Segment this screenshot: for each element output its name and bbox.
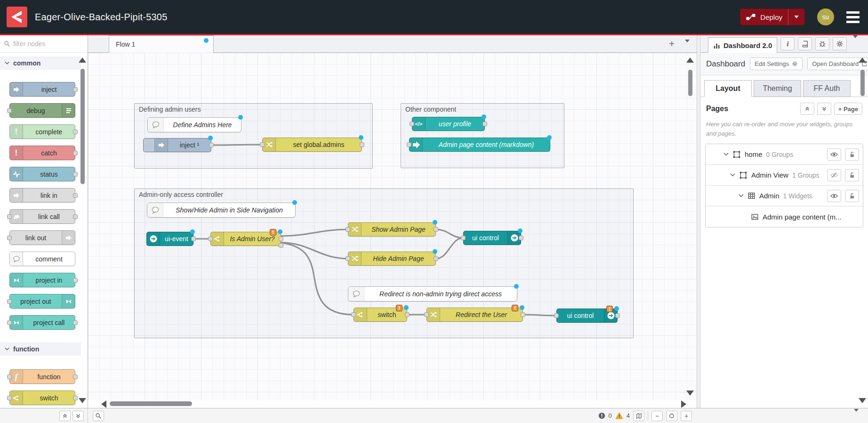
group-defining-admin-users[interactable]: Defining admin users [134,103,373,169]
sidebar-splitter[interactable] [697,35,700,408]
input-port[interactable] [7,214,12,219]
visibility-button[interactable] [827,190,841,202]
palette-node-function[interactable]: f function [9,369,75,384]
palette-scroll-down-icon[interactable] [79,398,86,403]
input-port[interactable] [407,142,411,147]
debug-button[interactable] [815,37,829,50]
palette-category-common[interactable]: common [0,57,81,70]
palette-node-catch[interactable]: ! catch [9,146,75,160]
zoom-reset-button[interactable] [666,411,677,421]
node-admin-page-content[interactable]: Admin page content (markdown) [409,138,550,152]
output-port[interactable] [73,130,78,134]
lock-button[interactable] [845,190,859,202]
sidebar-tab-menu-button[interactable] [853,38,858,47]
palette-scroll-up-icon[interactable] [79,57,86,63]
tab-theming[interactable]: Theming [754,80,801,97]
tree-row-admin-page-content-widget[interactable]: Admin page content (m... [706,206,863,227]
toggle-minimap-button[interactable] [633,411,644,421]
settings-button[interactable] [833,37,847,50]
search-flows-button[interactable] [93,411,104,421]
palette-scroll-area[interactable]: common inject debug ! complete [0,53,88,408]
output-port[interactable] [73,214,78,219]
output-port[interactable] [405,312,410,317]
deploy-button[interactable]: Deploy [740,8,805,25]
add-flow-button[interactable]: + [666,39,677,49]
comment-define-admins-here[interactable]: Define Admins Here [147,117,241,132]
error-count-icon[interactable] [598,412,605,419]
palette-node-project-call[interactable]: project call [9,315,75,330]
output-port[interactable] [73,374,78,379]
info-button[interactable]: i [780,37,795,50]
comment-redirect-non-admin[interactable]: Redirect is non-admin trying direct acce… [348,286,517,301]
palette-node-link-out[interactable]: link out [9,230,75,245]
palette-node-complete[interactable]: ! complete [9,124,75,139]
output-port[interactable] [73,151,78,155]
palette-node-comment[interactable]: comment [9,252,75,266]
move-up-button[interactable] [800,103,814,115]
output-port[interactable] [521,312,525,317]
move-down-button[interactable] [817,103,831,115]
warning-count-icon[interactable] [615,412,623,419]
node-redirect-the-user[interactable]: Redirect the User [426,308,523,322]
canvas-vscrollbar[interactable] [688,70,692,96]
node-set-global-admins[interactable]: set global.admins [262,138,362,152]
main-menu-button[interactable] [844,9,861,25]
sidebar-tab-dashboard[interactable]: Dashboard 2.0 [708,37,777,53]
input-port[interactable] [260,142,265,147]
tab-ff-auth[interactable]: FF Auth [803,80,851,97]
input-port[interactable] [208,236,213,241]
palette-node-switch[interactable]: switch [9,390,75,405]
output-port[interactable] [73,396,78,400]
node-ui-event[interactable]: ui-event [146,232,193,246]
output-port[interactable] [191,236,196,241]
node-ui-control-top[interactable]: ui control [463,231,521,245]
input-port[interactable] [7,320,12,325]
canvas-hscrollbar[interactable] [110,401,192,406]
palette-node-link-call[interactable]: link call [9,209,75,224]
canvas-scroll-down-icon[interactable] [686,390,694,396]
edit-settings-button[interactable]: Edit Settings [750,57,803,70]
help-docs-button[interactable] [798,37,812,50]
node-show-admin-page[interactable]: Show Admin Page [348,222,436,236]
expand-all-button[interactable] [72,411,84,421]
tree-row-admin-group[interactable]: Admin 1 Widgets [706,186,863,206]
output-port[interactable] [615,313,620,318]
palette-category-function[interactable]: function [0,342,81,356]
input-port[interactable] [346,227,350,232]
lock-button[interactable] [845,169,859,181]
output-port[interactable] [482,122,487,126]
input-port[interactable] [7,236,12,240]
output-port[interactable] [434,227,438,232]
input-port[interactable] [410,122,414,126]
input-port[interactable] [346,256,350,261]
output-port-2[interactable] [279,243,283,248]
flow-list-button[interactable] [685,42,690,51]
input-port[interactable] [351,312,356,317]
output-port[interactable] [519,236,523,240]
palette-node-inject[interactable]: inject [9,82,75,97]
node-hide-admin-page[interactable]: Hide Admin Page [348,252,436,266]
sidebar-scroll-up-icon[interactable] [859,57,866,63]
flow-canvas[interactable]: Defining admin users Other component Adm… [88,53,697,400]
canvas-scroll-right-icon[interactable] [681,400,686,408]
output-port[interactable] [434,256,438,261]
input-port[interactable] [424,312,429,317]
palette-node-link-in[interactable]: link in [9,188,75,203]
canvas-scroll-left-icon[interactable] [101,400,106,408]
input-port[interactable] [554,313,559,318]
add-page-button[interactable]: + Page [834,103,862,115]
lock-button[interactable] [845,148,859,161]
zoom-out-button[interactable]: − [651,411,663,421]
node-inject[interactable]: inject ¹ [143,138,211,152]
zoom-in-button[interactable]: + [681,411,692,421]
node-switch[interactable]: switch [354,308,407,322]
sidebar-scrollbar[interactable] [860,70,865,96]
tab-layout[interactable]: Layout [704,80,752,97]
palette-scrollbar[interactable] [80,69,85,184]
node-is-admin-user[interactable]: Is Admin User? [210,232,281,246]
tree-row-home[interactable]: home 0 Groups [706,144,863,165]
output-port[interactable] [73,278,78,283]
palette-node-project-out[interactable]: project out [9,294,75,309]
group-other-component[interactable]: Other component [401,103,564,168]
output-port[interactable] [73,87,78,92]
